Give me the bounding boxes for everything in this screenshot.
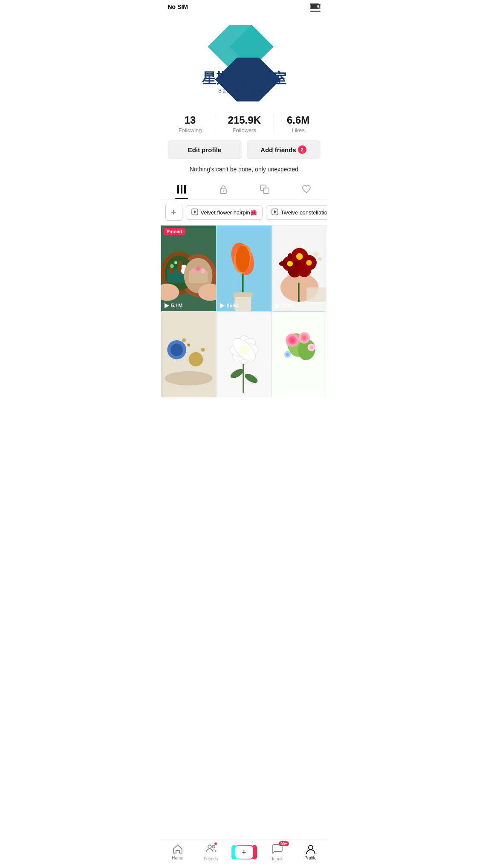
tab-grid[interactable] xyxy=(161,179,203,199)
video-cell-6[interactable] xyxy=(272,312,327,397)
add-friends-label: Add friends xyxy=(260,146,296,153)
svg-rect-69 xyxy=(307,287,326,302)
followers-count: 215.9K xyxy=(228,114,261,126)
svg-point-48 xyxy=(235,246,250,272)
svg-point-93 xyxy=(290,338,295,343)
svg-point-84 xyxy=(239,345,248,354)
svg-point-76 xyxy=(182,339,186,342)
svg-marker-51 xyxy=(220,303,225,308)
logo-area: 星期六工作室 Saturday studio xyxy=(161,12,327,110)
svg-point-60 xyxy=(296,253,303,260)
svg-rect-4 xyxy=(310,8,321,9)
svg-rect-18 xyxy=(263,188,269,194)
svg-rect-14 xyxy=(184,185,186,194)
video-grid: Pinned 5.1M xyxy=(161,226,327,397)
add-friends-button[interactable]: Add friends 2 xyxy=(247,140,321,159)
followers-stat[interactable]: 215.9K Followers xyxy=(215,114,274,133)
video-count-1: 5.1M xyxy=(164,303,183,309)
video-cell-5[interactable] xyxy=(217,312,271,397)
following-count: 13 xyxy=(185,114,196,126)
stats-row: 13 Following 215.9K Followers 6.6M Likes xyxy=(161,114,327,133)
video-cell-3[interactable]: 9383 xyxy=(272,226,327,311)
pinned-badge-1: Pinned xyxy=(164,228,185,235)
svg-point-78 xyxy=(201,348,205,352)
playlist-twelve-icon xyxy=(271,208,278,217)
svg-rect-101 xyxy=(272,364,327,397)
svg-point-100 xyxy=(286,353,289,356)
svg-rect-13 xyxy=(181,185,182,194)
video-cell-1[interactable]: Pinned 5.1M xyxy=(161,226,216,311)
likes-count: 6.6M xyxy=(287,114,309,126)
following-label: Following xyxy=(179,127,202,133)
svg-rect-3 xyxy=(310,4,321,6)
svg-marker-70 xyxy=(275,303,280,308)
svg-rect-68 xyxy=(298,283,299,302)
likes-label: Likes xyxy=(292,127,304,133)
following-stat[interactable]: 13 Following xyxy=(166,114,215,133)
video-cell-2[interactable]: 8684 xyxy=(217,226,271,311)
bio-text: Nothing's can't be done, only unexpected xyxy=(170,166,319,173)
followers-label: Followers xyxy=(232,127,256,133)
video-cell-4[interactable] xyxy=(161,312,216,397)
carrier-text: No SIM xyxy=(168,3,188,10)
playlist-row: + Velvet flower hairpin🌺 Twelve constell… xyxy=(161,200,327,226)
svg-rect-37 xyxy=(188,271,208,283)
svg-rect-5 xyxy=(310,11,321,12)
video-count-2: 8684 xyxy=(219,303,238,309)
video-count-3: 9383 xyxy=(274,303,294,309)
playlist-twelve[interactable]: Twelve constellations xyxy=(266,205,327,220)
menu-button[interactable] xyxy=(310,4,321,14)
action-buttons: Edit profile Add friends 2 xyxy=(168,140,321,159)
svg-point-62 xyxy=(288,253,292,261)
svg-rect-30 xyxy=(177,261,181,273)
playlist-twelve-label: Twelve constellations xyxy=(281,209,327,216)
edit-profile-button[interactable]: Edit profile xyxy=(168,140,242,159)
status-bar: No SIM xyxy=(161,0,327,12)
svg-rect-12 xyxy=(177,185,179,194)
svg-point-66 xyxy=(314,252,318,256)
svg-point-75 xyxy=(165,371,212,386)
likes-stat[interactable]: 6.6M Likes xyxy=(274,114,322,133)
add-playlist-button[interactable]: + xyxy=(165,204,182,221)
tab-liked[interactable] xyxy=(286,179,327,199)
playlist-velvet[interactable]: Velvet flower hairpin🌺 xyxy=(186,205,263,220)
svg-point-63 xyxy=(279,261,287,266)
svg-point-65 xyxy=(293,261,301,266)
svg-point-73 xyxy=(170,344,183,356)
svg-point-61 xyxy=(306,260,312,265)
playlist-velvet-icon xyxy=(191,208,198,217)
tab-private[interactable] xyxy=(202,179,244,199)
svg-point-96 xyxy=(303,336,306,340)
svg-point-35 xyxy=(174,261,177,264)
svg-marker-43 xyxy=(165,303,169,308)
svg-point-67 xyxy=(318,257,322,261)
svg-point-34 xyxy=(170,264,174,268)
svg-point-64 xyxy=(288,266,292,274)
svg-point-40 xyxy=(200,269,205,273)
svg-point-77 xyxy=(187,344,190,347)
svg-text:星期六工作室: 星期六工作室 xyxy=(202,70,286,86)
svg-rect-50 xyxy=(233,292,253,297)
svg-marker-23 xyxy=(274,210,277,214)
svg-point-39 xyxy=(196,266,200,270)
svg-point-16 xyxy=(222,191,224,192)
svg-marker-21 xyxy=(194,210,196,214)
svg-point-98 xyxy=(309,346,313,350)
svg-rect-85 xyxy=(243,364,244,393)
svg-text:Saturday studio: Saturday studio xyxy=(218,88,270,94)
add-friends-badge: 2 xyxy=(298,145,306,154)
svg-point-38 xyxy=(191,269,196,273)
svg-point-59 xyxy=(287,261,293,266)
tab-reposts[interactable] xyxy=(244,179,286,199)
content-tabs xyxy=(161,179,327,200)
playlist-velvet-label: Velvet flower hairpin🌺 xyxy=(201,209,257,216)
svg-point-74 xyxy=(188,352,203,367)
